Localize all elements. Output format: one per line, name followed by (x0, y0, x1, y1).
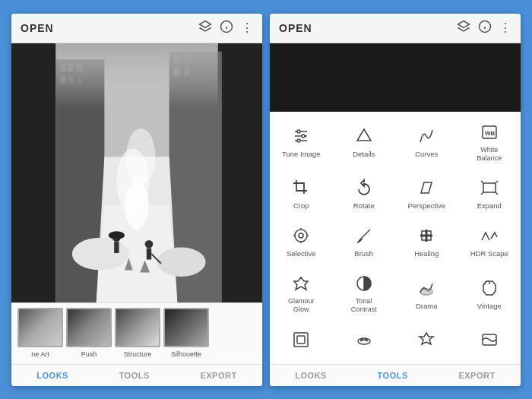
tool-curves-label: Curves (415, 150, 438, 158)
tool-hdr[interactable]: HDR Scape (458, 218, 521, 266)
svg-point-59 (420, 289, 432, 295)
left-header: OPEN ⋮ (11, 14, 262, 43)
svg-line-49 (481, 192, 483, 195)
expand-icon (479, 177, 500, 198)
tool-glamour[interactable]: GlamourGlow (270, 266, 333, 321)
svg-line-61 (483, 281, 486, 285)
tool-hdr-label: HDR Scape (470, 249, 508, 258)
left-nav-export[interactable]: EXPORT (200, 371, 236, 380)
dark-preview-area (270, 43, 521, 112)
svg-rect-25 (114, 242, 119, 253)
svg-marker-43 (357, 129, 371, 141)
svg-text:WB: WB (485, 130, 496, 137)
tool-crop-label: Crop (293, 201, 309, 210)
right-nav-export[interactable]: EXPORT (458, 371, 495, 380)
svg-point-40 (297, 130, 300, 133)
tool-frames[interactable] (270, 321, 333, 361)
hdr-icon (479, 225, 500, 246)
tool-mask[interactable] (458, 321, 521, 361)
tool-rotate-label: Rotate (353, 201, 375, 210)
tool-drama[interactable]: Drama (395, 266, 458, 321)
curves-icon (416, 125, 437, 147)
svg-point-27 (145, 239, 154, 248)
tool-tonal[interactable]: TonalContrast (333, 266, 396, 321)
wb-icon: WB (479, 122, 500, 143)
svg-line-48 (496, 181, 498, 183)
right-nav-looks[interactable]: LOOKS (295, 371, 327, 380)
tool-curves[interactable]: Curves (395, 115, 458, 170)
svg-rect-62 (294, 333, 308, 347)
info-icon[interactable] (220, 20, 233, 36)
thumb-2-label: Push (81, 349, 97, 359)
svg-rect-32 (55, 43, 217, 108)
svg-rect-63 (297, 336, 305, 344)
tool-face[interactable] (333, 321, 396, 361)
svg-point-66 (366, 339, 367, 340)
svg-line-47 (481, 181, 483, 183)
tool-selective[interactable]: Selective (270, 218, 333, 266)
details-icon (353, 125, 375, 147)
svg-point-19 (72, 237, 129, 270)
thumb-1[interactable]: ne Art (17, 308, 63, 359)
svg-marker-0 (200, 21, 211, 27)
tool-crop[interactable]: Crop (270, 170, 333, 218)
right-nav-tools[interactable]: TOOLS (378, 371, 408, 380)
tool-healing[interactable]: Healing (395, 218, 458, 266)
thumb-3-label: Structure (124, 349, 152, 359)
tool-rotate[interactable]: Rotate (333, 170, 396, 218)
tool-wb-label: WhiteBalance (477, 146, 502, 163)
healing-icon (416, 225, 437, 246)
svg-point-51 (295, 230, 307, 242)
svg-point-23 (126, 128, 155, 185)
tool-expand[interactable]: Expand (458, 170, 521, 218)
tool-vintage[interactable]: Vintage (458, 266, 521, 321)
right-info-icon[interactable] (478, 20, 492, 36)
svg-point-41 (302, 135, 305, 138)
frames-icon (290, 329, 312, 350)
grunge-icon (416, 329, 437, 350)
tool-healing-label: Healing (414, 249, 439, 258)
tool-selective-label: Selective (287, 249, 316, 258)
right-bottom-nav: LOOKS TOOLS EXPORT (270, 364, 521, 386)
thumbnails-section: ne Art Push Structure Silhouette (11, 302, 262, 364)
selective-icon (290, 225, 312, 246)
right-header-icons: ⋮ (457, 20, 511, 36)
crop-icon (290, 177, 312, 198)
thumb-4[interactable]: Silhouette (163, 308, 209, 359)
layers-icon[interactable] (198, 20, 212, 36)
left-nav-tools[interactable]: TOOLS (119, 371, 150, 380)
tools-grid: Tune Image Details Curves (270, 112, 521, 364)
perspective-icon (416, 177, 437, 198)
left-header-icons: ⋮ (198, 20, 253, 36)
more-icon[interactable]: ⋮ (241, 21, 253, 35)
vintage-icon (479, 277, 500, 299)
tool-perspective[interactable]: Perspective (395, 170, 458, 218)
left-phone: OPEN ⋮ (11, 14, 262, 386)
right-phone: OPEN ⋮ (270, 14, 521, 386)
thumb-1-label: ne Art (31, 349, 49, 359)
left-title: OPEN (21, 22, 198, 34)
face-icon (353, 329, 375, 350)
svg-point-26 (109, 231, 125, 239)
svg-line-50 (496, 192, 498, 195)
tool-tonal-label: TonalContrast (351, 297, 377, 314)
tool-details[interactable]: Details (333, 115, 396, 170)
left-bottom-nav: LOOKS TOOLS EXPORT (11, 364, 262, 386)
thumb-2[interactable]: Push (66, 308, 112, 359)
left-nav-looks[interactable]: LOOKS (36, 371, 68, 380)
tool-brush[interactable]: Brush (333, 218, 396, 266)
drama-icon (416, 277, 437, 299)
right-more-icon[interactable]: ⋮ (499, 21, 511, 35)
thumb-3[interactable]: Structure (115, 308, 160, 359)
svg-point-20 (157, 247, 206, 276)
tune-icon (290, 125, 312, 147)
app-container: OPEN ⋮ (0, 0, 532, 399)
tool-grunge[interactable] (395, 321, 458, 361)
tool-white-balance[interactable]: WB WhiteBalance (458, 115, 521, 170)
right-layers-icon[interactable] (457, 20, 470, 36)
brush-icon (353, 225, 375, 246)
tool-tune-image[interactable]: Tune Image (270, 115, 333, 170)
svg-point-52 (299, 233, 303, 238)
right-header: OPEN ⋮ (270, 14, 521, 43)
photo-area (11, 43, 262, 302)
